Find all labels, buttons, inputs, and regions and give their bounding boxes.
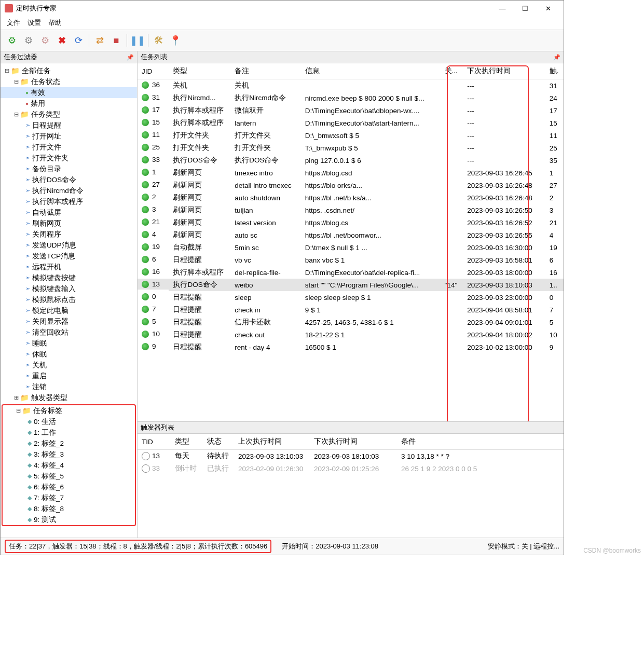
task-row[interactable]: 4刷新网页auto schttps://bl .net/boomwor...20…: [138, 229, 564, 241]
task-row[interactable]: 17执行脚本或程序微信双开D:\TimingExecutor\bat\dblop…: [138, 104, 564, 117]
tree-tasktype-item[interactable]: ➣日程提醒: [1, 120, 137, 131]
tb-delete-icon[interactable]: ✖: [55, 34, 68, 47]
tcol-last[interactable]: 上次执行时间: [234, 434, 310, 450]
tcol-status[interactable]: 状态: [203, 434, 234, 450]
task-row[interactable]: 33执行DOS命令执行DOS命令ping 127.0.0.1 $ 6---35: [138, 154, 564, 167]
task-row[interactable]: 1刷新网页tmexec introhttps://blog.csd2023-09…: [138, 167, 564, 179]
trigger-table[interactable]: TID 类型 状态 上次执行时间 下次执行时间 条件 13每天待执行2023-0…: [138, 434, 564, 475]
tb-pin-icon[interactable]: 📍: [169, 34, 182, 47]
task-row[interactable]: 19自动截屏5min scD:\tmex $ null $ 1 ...2023-…: [138, 241, 564, 254]
tree-tasktype-item[interactable]: ➣远程开机: [1, 262, 137, 272]
tree-tasktype-item[interactable]: ➣关闭显示器: [1, 316, 137, 327]
tcol-type[interactable]: 类型: [171, 434, 203, 450]
tree-tasktype-item[interactable]: ➣清空回收站: [1, 327, 137, 338]
tb-stop-icon[interactable]: ■: [109, 34, 123, 47]
tree-tasktype-item[interactable]: ➣打开文件: [1, 142, 137, 153]
tree-triggertypes[interactable]: ⊞📁触发器类型: [1, 392, 137, 403]
tree-tag-item[interactable]: ◆5: 标签_5: [3, 471, 135, 482]
pin-icon[interactable]: 📌: [127, 54, 134, 61]
tree-tasktype-item[interactable]: ➣自动截屏: [1, 207, 137, 218]
tb-tool-icon[interactable]: 🛠: [152, 34, 166, 47]
tree-tasktype-item[interactable]: ➣执行Nircmd命令: [1, 185, 137, 196]
task-row[interactable]: 27刷新网页detail intro tmexechttps://blo ork…: [138, 179, 564, 191]
minimize-button[interactable]: —: [491, 1, 514, 16]
tree-tag-item[interactable]: ◆0: 生活: [3, 416, 135, 427]
tree-tag-item[interactable]: ◆7: 标签_7: [3, 492, 135, 503]
tree-status-enabled[interactable]: ●有效: [1, 87, 137, 98]
tree-tag-item[interactable]: ◆1: 工作: [3, 427, 135, 438]
col-type[interactable]: 类型: [169, 63, 230, 79]
task-row[interactable]: 16执行脚本或程序del-replica-file-D:\TimingExecu…: [138, 266, 564, 279]
tb-new-icon[interactable]: ⚙: [5, 34, 19, 47]
tb-pause-icon[interactable]: ❚❚: [131, 34, 144, 47]
trigger-row[interactable]: 33倒计时已执行2023-02-09 01:26:302023-02-09 01…: [138, 462, 564, 475]
col-trg[interactable]: 触.: [545, 63, 564, 79]
tb-swap-icon[interactable]: ⇄: [93, 34, 106, 47]
tb-gear-icon[interactable]: ⚙: [22, 34, 35, 47]
maximize-button[interactable]: ☐: [514, 1, 537, 16]
task-row[interactable]: 11打开文件夹打开文件夹D:\_bmwxsoft $ 5---11: [138, 129, 564, 142]
col-note[interactable]: 备注: [230, 63, 300, 79]
tree-status[interactable]: ⊟📁任务状态: [1, 76, 137, 87]
tree-tasktype-item[interactable]: ➣模拟键盘按键: [1, 272, 137, 283]
task-row[interactable]: 15执行脚本或程序lanternD:\TimingExecutor\bat\st…: [138, 117, 564, 129]
task-table[interactable]: JID 类型 备注 信息 关... 下次执行时间 触. 36关机关机---313…: [138, 63, 564, 353]
tree-tag-item[interactable]: ◆4: 标签_4: [3, 460, 135, 471]
task-row[interactable]: 31执行Nircmd...执行Nircmd命令nircmd.exe beep $…: [138, 92, 564, 104]
tree-tasktype-item[interactable]: ➣执行DOS命令: [1, 174, 137, 185]
tree-tag-item[interactable]: ◆9: 测试: [3, 514, 135, 525]
tree-status-disabled[interactable]: ●禁用: [1, 98, 137, 109]
tree-tag-item[interactable]: ◆2: 标签_2: [3, 438, 135, 449]
tree-tasktype-item[interactable]: ➣重启: [1, 370, 137, 381]
task-row[interactable]: 13执行DOS命令weibostart "" "C:\\Program File…: [138, 279, 564, 291]
tree-tasktype-item[interactable]: ➣打开文件夹: [1, 153, 137, 163]
pin-icon[interactable]: 📌: [553, 54, 560, 61]
task-row[interactable]: 36关机关机---31: [138, 79, 564, 92]
menu-file[interactable]: 文件: [7, 18, 20, 28]
tb-refresh-icon[interactable]: ⟳: [72, 34, 85, 47]
col-info[interactable]: 信息: [301, 63, 441, 79]
tree-tasktype-item[interactable]: ➣发送UDP消息: [1, 240, 137, 251]
tree-tasktype-item[interactable]: ➣模拟鼠标点击: [1, 294, 137, 305]
tree-tasktype-item[interactable]: ➣锁定此电脑: [1, 305, 137, 316]
task-row[interactable]: 7日程提醒check in9 $ 12023-09-04 08:58:017: [138, 304, 564, 316]
task-row[interactable]: 25打开文件夹打开文件夹T:\_bmwxpub $ 5---25: [138, 142, 564, 154]
task-row[interactable]: 9日程提醒rent - day 416500 $ 12023-10-02 13:…: [138, 341, 564, 353]
task-row[interactable]: 6日程提醒vb vcbanx vbc $ 12023-09-03 16:58:0…: [138, 254, 564, 266]
tree-root[interactable]: ⊟📁全部任务: [1, 65, 137, 76]
tree-tasktype-item[interactable]: ➣注销: [1, 381, 137, 392]
tree-tasktype-item[interactable]: ➣休眠: [1, 349, 137, 360]
tree-tasktype-item[interactable]: ➣关闭程序: [1, 229, 137, 240]
tcol-next[interactable]: 下次执行时间: [310, 434, 397, 450]
tree-tasktype-item[interactable]: ➣刷新网页: [1, 218, 137, 229]
tree-tasktypes[interactable]: ⊟📁任务类型: [1, 109, 137, 120]
task-row[interactable]: 0日程提醒sleepsleep sleep sleep $ 12023-09-0…: [138, 291, 564, 304]
tcol-cond[interactable]: 条件: [397, 434, 564, 450]
task-row[interactable]: 21刷新网页latest versionhttps://blog.cs2023-…: [138, 216, 564, 229]
tree-tasktype-item[interactable]: ➣模拟键盘输入: [1, 283, 137, 294]
tree-tag-item[interactable]: ◆3: 标签_3: [3, 449, 135, 460]
tree-tasktype-item[interactable]: ➣打开网址: [1, 131, 137, 142]
task-row[interactable]: 5日程提醒信用卡还款4257-25, 1463-5, 4381-6 $ 1202…: [138, 316, 564, 328]
tag-icon: ◆: [28, 514, 32, 525]
close-button[interactable]: ✕: [537, 1, 559, 16]
tree-tags[interactable]: ⊟📁任务标签: [3, 405, 135, 416]
menu-help[interactable]: 帮助: [48, 18, 62, 28]
col-next[interactable]: 下次执行时间: [463, 63, 545, 79]
col-jid[interactable]: JID: [138, 63, 169, 79]
tree-tag-item[interactable]: ◆6: 标签_6: [3, 482, 135, 492]
tb-gear2-icon[interactable]: ⚙: [38, 34, 52, 47]
tree-tasktype-item[interactable]: ➣睡眠: [1, 338, 137, 349]
tree-tasktype-item[interactable]: ➣备份目录: [1, 163, 137, 174]
menu-settings[interactable]: 设置: [28, 18, 41, 28]
tcol-tid[interactable]: TID: [138, 434, 171, 450]
tree-tasktype-item[interactable]: ➣执行脚本或程序: [1, 196, 137, 207]
task-row[interactable]: 10日程提醒check out18-21-22 $ 12023-09-04 18…: [138, 328, 564, 341]
tree-tag-item[interactable]: ◆8: 标签_8: [3, 503, 135, 514]
task-row[interactable]: 3刷新网页tuijianhttps. .csdn.net/2023-09-03 …: [138, 204, 564, 216]
col-kw[interactable]: 关...: [441, 63, 463, 79]
tree-tasktype-item[interactable]: ➣发送TCP消息: [1, 251, 137, 262]
tree-tasktype-item[interactable]: ➣关机: [1, 360, 137, 370]
trigger-row[interactable]: 13每天待执行2023-09-03 13:10:032023-09-03 18:…: [138, 450, 564, 463]
task-row[interactable]: 2刷新网页auto shutdownhttps://bl .net/b ks/a…: [138, 191, 564, 204]
